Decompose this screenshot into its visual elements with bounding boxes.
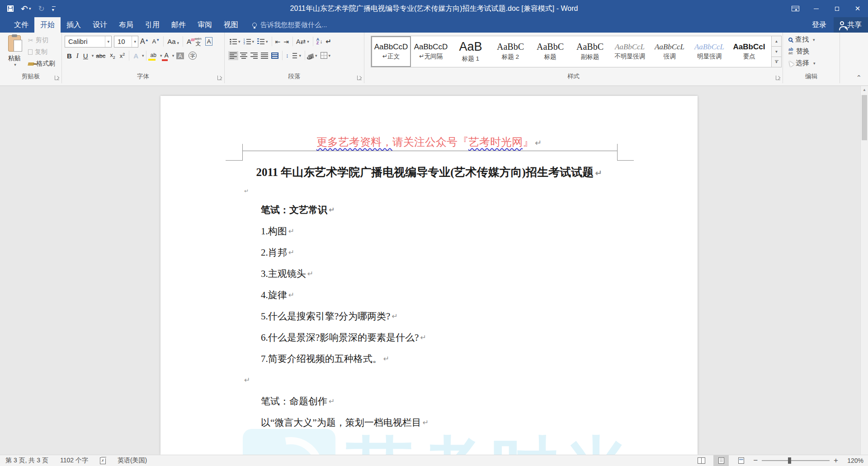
style-item-正文[interactable]: AaBbCcD↵正文 (371, 36, 411, 67)
paragraph-text[interactable]: 5.什么是搜索引擎?分为哪两类? (261, 310, 390, 323)
shrink-font-button[interactable]: A (151, 37, 162, 46)
paragraph[interactable]: 1.构图 (261, 220, 429, 242)
collapse-ribbon-button[interactable]: ⌃ (856, 74, 862, 82)
style-item-明显强调[interactable]: AaBbCcL明显强调 (689, 36, 729, 67)
tab-insert[interactable]: 插入 (61, 17, 87, 33)
zoom-level[interactable]: 120% (843, 457, 863, 464)
justify-button[interactable] (259, 51, 269, 60)
tab-layout[interactable]: 布局 (113, 17, 139, 33)
paragraph-text[interactable]: 笔试：文艺常识 (261, 204, 327, 216)
align-center-button[interactable] (239, 51, 249, 60)
word-count[interactable]: 1102 个字 (60, 456, 88, 465)
line-spacing-button[interactable]: ↕▾ (284, 51, 302, 60)
tab-file[interactable]: 文件 (8, 17, 34, 33)
tab-mailings[interactable]: 邮件 (165, 17, 192, 33)
text-effects-caret-icon[interactable]: ▾ (142, 53, 144, 58)
undo-button[interactable]: ↶▾ (21, 5, 31, 13)
align-left-button[interactable] (228, 51, 238, 60)
underline-button[interactable]: U (81, 51, 90, 61)
text-highlight-button[interactable]: ab (148, 51, 159, 61)
minimize-button[interactable] (806, 0, 826, 17)
document-page[interactable]: 更多艺考资料，请关注公众号『艺考时光网』 2011 年山东艺术学院广播电视编导专… (160, 96, 698, 455)
decrease-indent-button[interactable]: ⇤ (274, 37, 282, 47)
font-size-combobox[interactable]: 10▾ (114, 36, 138, 48)
style-item-要点[interactable]: AaBbCcI要点 (729, 36, 769, 67)
tab-home[interactable]: 开始 (34, 17, 61, 33)
strikethrough-button[interactable]: abc (94, 52, 108, 60)
redo-button[interactable]: ↻ (38, 5, 44, 13)
styles-scroll-up-button[interactable]: ▲ (772, 36, 782, 47)
paragraph-text[interactable]: 笔试：命题创作 (261, 395, 327, 408)
paste-button[interactable]: 粘贴 ▾ (3, 34, 26, 72)
shading-button[interactable]: ▾ (307, 52, 319, 59)
change-case-button[interactable]: Aa▾ (165, 37, 181, 46)
zoom-in-button[interactable]: + (834, 456, 838, 465)
scrollbar-thumb[interactable] (862, 95, 867, 140)
character-shading-button[interactable]: A (174, 51, 186, 61)
close-button[interactable]: ✕ (847, 0, 868, 17)
styles-dialog-launcher[interactable] (776, 76, 780, 80)
clear-formatting-button[interactable]: A (185, 37, 193, 46)
select-button[interactable]: 选择▾ (788, 59, 816, 67)
align-right-button[interactable] (249, 51, 259, 60)
paragraph-text[interactable]: 6.什么是景深?影响景深的要素是什么? (261, 331, 419, 344)
customize-qat-button[interactable]: ▾ (52, 6, 56, 12)
tab-review[interactable]: 审阅 (192, 17, 218, 33)
subscript-button[interactable]: x2 (108, 51, 118, 61)
style-item-强调[interactable]: AaBbCcL强调 (650, 36, 689, 67)
empty-paragraph[interactable] (243, 369, 429, 390)
style-item-副标题[interactable]: AaBbC副标题 (570, 36, 610, 67)
paragraph[interactable]: 4.旋律 (261, 284, 429, 305)
paragraph[interactable]: 3.主观镜头 (261, 263, 429, 284)
multilevel-list-button[interactable]: ▾ (256, 37, 269, 46)
tab-view[interactable]: 视图 (218, 17, 244, 33)
bold-button[interactable]: B (65, 51, 74, 61)
paragraph-dialog-launcher[interactable] (357, 76, 362, 80)
style-item-无间隔[interactable]: AaBbCcD↵无间隔 (411, 36, 451, 67)
zoom-slider[interactable] (762, 460, 830, 461)
style-item-标题[interactable]: AaBbC标题 (530, 36, 570, 67)
text-effects-button[interactable]: A (131, 51, 141, 61)
tell-me-box[interactable]: 告诉我您想要做什么... (252, 17, 327, 33)
proofing-status-icon[interactable]: ✗ (100, 457, 106, 464)
numbering-button[interactable]: ▾ (242, 37, 256, 46)
tab-references[interactable]: 引用 (139, 17, 165, 33)
restore-button[interactable] (826, 0, 847, 17)
zoom-out-button[interactable]: − (753, 456, 758, 465)
save-button[interactable] (7, 5, 14, 12)
cut-button[interactable]: ✂剪切 (28, 36, 55, 44)
font-family-combobox[interactable]: Calibri▾ (65, 36, 112, 48)
paragraph[interactable]: 6.什么是景深?影响景深的要素是什么? (261, 327, 429, 348)
font-dialog-launcher[interactable] (217, 76, 222, 80)
copy-button[interactable]: 复制 (28, 48, 55, 56)
print-layout-button[interactable] (713, 455, 729, 466)
italic-button[interactable]: I (74, 51, 81, 61)
page-indicator[interactable]: 第 3 页, 共 3 页 (5, 456, 48, 465)
enclose-characters-button[interactable]: 字 (186, 51, 199, 61)
distribute-button[interactable] (270, 51, 280, 60)
paragraph-text[interactable]: 2.肖邦 (261, 246, 287, 259)
vertical-scrollbar[interactable]: ▲ (860, 86, 868, 455)
paragraph-text[interactable]: 3.主观镜头 (261, 267, 306, 280)
sort-button[interactable]: AZ↓ (315, 37, 324, 46)
scroll-up-icon[interactable]: ▲ (861, 88, 868, 92)
style-item-标题 1[interactable]: AaB标题 1 (451, 36, 491, 67)
styles-scroll-down-button[interactable]: ▼ (772, 47, 782, 57)
sign-in-button[interactable]: 登录 (805, 17, 834, 33)
document-title[interactable]: 2011 年山东艺术学院广播电视编导专业(艺术传媒方向)招生考试试题 (160, 165, 698, 180)
language-indicator[interactable]: 英语(美国) (118, 456, 147, 465)
style-item-不明显强调[interactable]: AaBbCcL不明显强调 (610, 36, 650, 67)
font-color-button[interactable]: A (162, 51, 170, 61)
paragraph[interactable]: 7.简要介绍视频的五种格式。 (261, 348, 429, 369)
paragraph-text[interactable]: 4.旋律 (261, 289, 287, 301)
paragraph[interactable]: 笔试：命题创作 (261, 390, 429, 412)
empty-paragraph[interactable] (243, 186, 249, 195)
style-item-标题 2[interactable]: AaBbC标题 2 (491, 36, 530, 67)
show-marks-button[interactable]: ↵ (324, 36, 333, 47)
borders-button[interactable]: ▾ (319, 51, 332, 60)
increase-indent-button[interactable]: ⇥ (282, 37, 290, 47)
replace-button[interactable]: abac替换 (788, 47, 816, 56)
character-border-button[interactable]: A (203, 36, 215, 47)
asian-layout-button[interactable]: A⇄▾ (295, 37, 311, 47)
paragraph-text[interactable]: 7.简要介绍视频的五种格式。 (261, 352, 382, 365)
